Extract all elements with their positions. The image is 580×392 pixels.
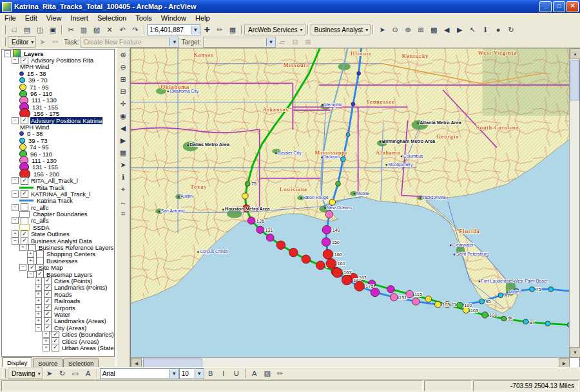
toc-item[interactable]: 96 - 110 (2, 151, 114, 157)
toc-item[interactable]: 111 - 130 (2, 97, 114, 104)
paste-icon[interactable]: ▧ (90, 24, 103, 35)
go-back-icon[interactable]: ◀ (440, 24, 453, 35)
bold-icon[interactable]: B (204, 368, 217, 379)
layer-checkbox[interactable] (21, 203, 28, 211)
toc-item[interactable]: Chapter Boundaries (2, 210, 114, 217)
forward-extent-icon[interactable]: ▶ (117, 135, 130, 147)
chevron-down-icon[interactable]: ▼ (195, 369, 204, 378)
layer-name[interactable]: 96 - 110 (30, 90, 53, 97)
toc-item[interactable]: 39 - 73 (2, 137, 114, 144)
collapse-icon[interactable]: − (12, 191, 19, 198)
undo-icon[interactable]: ↶ (116, 24, 129, 35)
toc-item[interactable]: −✓Site Map (2, 265, 114, 271)
layer-name[interactable]: 111 - 130 (31, 97, 57, 104)
layer-name[interactable]: Roads (53, 291, 72, 298)
underline-icon[interactable]: U (230, 368, 243, 379)
new-map-icon[interactable]: □ (8, 24, 21, 35)
toc-item[interactable]: 131 - 155 (2, 164, 114, 171)
toc-item[interactable]: +✓Railroads (2, 297, 114, 304)
toc-item[interactable]: +Shopping Centers (2, 251, 114, 257)
layer-checkbox[interactable] (21, 217, 28, 225)
overview-icon[interactable]: ▩ (427, 24, 440, 35)
scroll-down-button[interactable]: ▼ (570, 347, 580, 358)
grid-icon[interactable]: ⊞ (414, 24, 427, 35)
select-features-icon[interactable]: ▦ (117, 147, 130, 159)
layer-name[interactable]: Railroads (53, 297, 81, 304)
layer-name[interactable]: 156 - 175 (33, 110, 60, 117)
arcweb-services-dropdown[interactable]: ArcWeb Services▾ (244, 24, 305, 35)
layer-name[interactable]: SSDA (32, 224, 50, 231)
toc-item[interactable]: SSDA (2, 224, 114, 230)
toc-tab-display[interactable]: Display (2, 357, 32, 368)
layer-name[interactable]: Landmarks (Points) (53, 284, 108, 291)
expand-icon[interactable]: + (35, 311, 42, 318)
toc-item[interactable]: 156 - 200 (2, 171, 114, 177)
fixed-zoom-in-icon[interactable]: ⊞ (117, 73, 130, 86)
editor-toggle-icon[interactable]: ✏ (213, 24, 226, 35)
expand-icon[interactable]: + (35, 304, 42, 312)
menu-window[interactable]: Window (157, 14, 191, 23)
font-color-icon[interactable]: A (248, 368, 261, 379)
collapse-icon[interactable]: − (12, 177, 19, 184)
layer-name[interactable]: 0 - 38 (26, 130, 43, 137)
delete-icon[interactable]: ✕ (103, 24, 116, 35)
expand-icon[interactable]: + (35, 277, 42, 285)
expand-icon[interactable]: + (19, 244, 26, 251)
chevron-down-icon[interactable]: ▼ (169, 369, 179, 378)
collapse-icon[interactable]: − (12, 204, 19, 211)
select-elements-icon[interactable]: ➤ (43, 368, 56, 379)
italic-icon[interactable]: I (217, 368, 230, 379)
layer-checkbox[interactable]: ✓ (52, 344, 59, 351)
expand-icon[interactable]: + (35, 284, 42, 291)
toc-item[interactable]: MPH Wind (2, 124, 114, 130)
layer-name[interactable]: KATRINA_All_Track_l (30, 191, 91, 198)
save-icon[interactable]: ◫ (34, 24, 46, 35)
expand-icon[interactable]: + (12, 230, 19, 238)
toc-item[interactable]: +Businesses (2, 257, 114, 264)
close-button[interactable]: ✕ (566, 1, 579, 12)
font-combo[interactable]: Arial▼ (100, 368, 179, 379)
toc-item[interactable]: +✓Urban Areas (State) (2, 344, 114, 351)
layer-name[interactable]: rc_allc (30, 204, 49, 211)
collapse-icon[interactable]: − (4, 50, 11, 57)
text-tool-icon[interactable]: A (82, 368, 95, 379)
collapse-icon[interactable]: − (12, 238, 19, 245)
line-color-icon[interactable]: ✏ (274, 368, 287, 379)
drawing-menu-dropdown[interactable]: Drawing▾ (8, 368, 43, 379)
toc-item[interactable]: −✓Advisory Positions Rita (2, 57, 114, 63)
spatial-query-icon[interactable]: ⊙ (389, 24, 401, 35)
identify-icon[interactable]: ℹ (117, 171, 130, 183)
full-extent-icon[interactable]: ◉ (117, 110, 130, 122)
menu-edit[interactable]: Edit (21, 14, 42, 23)
table-of-contents-icon[interactable]: ▦ (226, 24, 239, 35)
rotate-icon[interactable]: ↻ (56, 368, 69, 379)
toc-item[interactable]: +✓Airports (2, 304, 114, 311)
layer-name[interactable]: Water (53, 311, 71, 318)
toc-item[interactable]: +Business Reference Layers (2, 244, 114, 250)
layer-name[interactable]: Businesses (46, 257, 79, 265)
select-elements-icon[interactable]: ➤ (117, 159, 130, 171)
zoom-in-icon[interactable]: ⊕ (117, 49, 130, 61)
copy-icon[interactable]: ▥ (77, 24, 90, 35)
expand-icon[interactable]: + (43, 331, 50, 338)
toc-item[interactable]: −Layers (2, 50, 114, 57)
layer-name[interactable]: 96 - 110 (30, 151, 53, 158)
toc-item[interactable]: −✓RITA_All_Track_l (2, 177, 114, 183)
toolbar-grip[interactable] (2, 369, 6, 378)
layer-name[interactable]: RITA_All_Track_l (30, 177, 79, 184)
toc-item[interactable]: Rita Track (2, 184, 114, 191)
menu-file[interactable]: File (0, 14, 21, 23)
layer-name[interactable]: Katrina Track (36, 197, 73, 204)
toc-item[interactable]: −rc_alls (2, 218, 114, 224)
toc-item[interactable]: +✓Water (2, 311, 114, 317)
pan-icon[interactable]: ✛ (117, 98, 130, 110)
collapse-icon[interactable]: − (12, 217, 19, 224)
toc-item[interactable]: −✓Advisory Positions Katrina (2, 117, 114, 124)
layer-name[interactable]: MPH Wind (19, 63, 50, 70)
map-scale-combo[interactable]: 1:6,401,887▼ (147, 24, 200, 35)
add-data-icon[interactable]: ✚ (200, 24, 213, 35)
layer-name[interactable]: 156 - 200 (33, 171, 60, 178)
layer-name[interactable]: rc_alls (30, 217, 49, 224)
expand-icon[interactable]: + (27, 250, 34, 257)
collapse-icon[interactable]: − (12, 57, 19, 64)
